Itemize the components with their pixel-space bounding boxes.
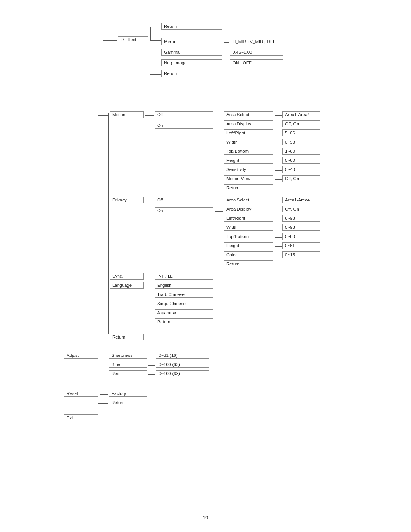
motion-view-right-hline bbox=[275, 179, 282, 180]
reset-box: Reset bbox=[64, 390, 98, 397]
motion-area-display-box: Area Display bbox=[224, 120, 273, 127]
motion-left-right-values-box: 5~66 bbox=[282, 129, 320, 136]
privacy-area-display-values-box: Off, On bbox=[282, 206, 320, 212]
exit-box: Exit bbox=[64, 414, 98, 421]
privacy-off-box: Off bbox=[155, 197, 213, 203]
red-values-box: 0~100 (63) bbox=[156, 370, 209, 377]
motion-sensitivity-box: Sensitivity bbox=[224, 166, 273, 173]
d-effect-return-box: Return bbox=[161, 70, 222, 77]
adjust-right-hline bbox=[100, 356, 108, 356]
motion-width-right-hline bbox=[275, 143, 282, 143]
privacy-area-select-values-box: Area1-Area4 bbox=[282, 197, 320, 203]
privacy-top-bottom-box: Top/Bottom bbox=[224, 233, 273, 240]
motion-width-box: Width bbox=[224, 139, 273, 145]
motion-sensitivity-right-hline bbox=[275, 170, 282, 171]
main-return-hline bbox=[98, 338, 109, 338]
factory-box: Factory bbox=[109, 390, 147, 397]
red-right-hline bbox=[148, 374, 155, 375]
language-vline bbox=[154, 286, 154, 318]
motion-vline bbox=[154, 115, 154, 126]
adjust-vline bbox=[108, 356, 108, 377]
language-right-hline bbox=[145, 286, 154, 286]
privacy-height-values-box: 0~61 bbox=[282, 242, 320, 249]
privacy-color-values-box: 0~15 bbox=[282, 251, 320, 258]
top-return-vline bbox=[150, 27, 151, 40]
bottom-rule bbox=[15, 511, 396, 511]
privacy-left-right-hline bbox=[275, 219, 282, 219]
motion-view-values-box: Off, On bbox=[282, 175, 320, 182]
gamma-box: Gamma bbox=[161, 49, 222, 56]
privacy-color-box: Color bbox=[224, 251, 273, 258]
reset-vline bbox=[108, 394, 108, 405]
motion-return-left-hline bbox=[213, 189, 223, 189]
motion-height-right-hline bbox=[275, 161, 282, 161]
motion-sensitivity-values-box: 0~40 bbox=[282, 166, 320, 173]
motion-on-box: On bbox=[155, 122, 213, 129]
red-box: Red bbox=[109, 370, 147, 377]
page-number: 19 bbox=[203, 515, 208, 521]
privacy-height-right-hline bbox=[275, 246, 282, 247]
privacy-left-hline bbox=[98, 201, 109, 201]
reset-return-hline bbox=[98, 403, 108, 404]
motion-area-select-box: Area Select bbox=[224, 111, 273, 118]
motion-on-hline bbox=[154, 126, 155, 126]
motion-view-box: Motion View bbox=[224, 175, 273, 182]
motion-height-values-box: 0~60 bbox=[282, 157, 320, 164]
privacy-top-bottom-values-box: 0~60 bbox=[282, 233, 320, 240]
sync-right-hline bbox=[145, 277, 154, 277]
simp-chinese-box: Simp. Chinese bbox=[155, 300, 213, 307]
privacy-left-right-box: Left/Right bbox=[224, 215, 273, 222]
motion-on-right-hline bbox=[215, 126, 223, 126]
gamma-values-box: 0.45~1.00 bbox=[230, 49, 283, 56]
blue-right-hline bbox=[148, 365, 155, 366]
lang-return-hline bbox=[144, 323, 154, 323]
adjust-box: Adjust bbox=[64, 352, 98, 359]
motion-area-select-values-box: Area1-Area4 bbox=[282, 111, 320, 118]
motion-left-right-box: Left/Right bbox=[224, 129, 273, 136]
motion-top-bottom-values-box: 1~60 bbox=[282, 148, 320, 155]
d-effect-right-hline bbox=[150, 40, 161, 41]
mirror-box: Mirror bbox=[161, 38, 222, 45]
privacy-area-select-box: Area Select bbox=[224, 197, 273, 203]
motion-area-select-right-hline bbox=[275, 115, 282, 116]
privacy-right-hline bbox=[145, 201, 154, 201]
privacy-width-values-box: 0~93 bbox=[282, 224, 320, 231]
reset-return-box: Return bbox=[109, 399, 147, 406]
japanese-box: Japanese bbox=[155, 309, 213, 316]
sharpness-values-box: 0~31 (16) bbox=[156, 352, 209, 359]
sync-box: Sync. bbox=[110, 273, 144, 280]
motion-off-box: Off bbox=[155, 111, 213, 118]
english-box: English bbox=[155, 282, 213, 289]
sharpness-box: Sharpness bbox=[109, 352, 147, 359]
sync-values-box: INT / LL bbox=[155, 273, 213, 280]
neg-image-box: Neg_Image bbox=[161, 59, 222, 66]
motion-on-vline bbox=[223, 115, 223, 200]
motion-return-box: Return bbox=[224, 184, 273, 191]
mirror-values-hline bbox=[224, 42, 229, 43]
privacy-width-right-hline bbox=[275, 228, 282, 228]
privacy-area-display-right-hline bbox=[275, 210, 282, 210]
privacy-on-box: On bbox=[155, 207, 213, 214]
motion-top-bottom-box: Top/Bottom bbox=[224, 148, 273, 155]
motion-area-display-values-box: Off, On bbox=[282, 120, 320, 127]
privacy-left-right-values-box: 6~98 bbox=[282, 215, 320, 222]
motion-top-bottom-right-hline bbox=[275, 152, 282, 152]
motion-box: Motion bbox=[110, 111, 144, 118]
privacy-color-right-hline bbox=[275, 256, 282, 256]
reset-right-hline bbox=[100, 394, 108, 395]
privacy-area-display-box: Area Display bbox=[224, 206, 273, 212]
top-return-hline bbox=[150, 27, 161, 27]
main-vline bbox=[108, 113, 109, 334]
motion-right-hline bbox=[145, 115, 154, 116]
privacy-on-right-hline bbox=[215, 211, 223, 212]
motion-width-values-box: 0~93 bbox=[282, 139, 320, 145]
language-left-hline bbox=[98, 286, 109, 286]
privacy-height-box: Height bbox=[224, 242, 273, 249]
d-effect-return-hline bbox=[150, 74, 161, 75]
trad-chinese-box: Trad. Chinese bbox=[155, 291, 213, 298]
privacy-return-left-hline bbox=[213, 265, 223, 265]
neg-image-hline bbox=[161, 64, 161, 64]
main-return-box: Return bbox=[110, 334, 144, 340]
neg-image-values-hline bbox=[224, 64, 229, 64]
privacy-area-select-right-hline bbox=[275, 201, 282, 201]
